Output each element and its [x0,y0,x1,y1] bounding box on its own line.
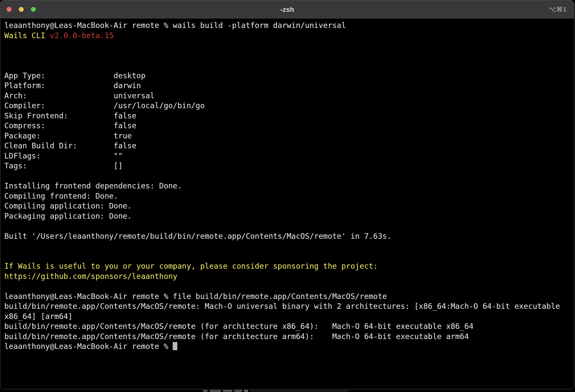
terminal-line: LDFlags: "" [4,151,571,161]
terminal-line: Compress: false [4,121,571,131]
terminal-line [4,40,571,51]
titlebar: -zsh ⌥⌘1 [0,0,574,19]
tab-shortcut-badge: ⌥⌘1 [549,0,567,18]
terminal-line: Package: true [4,131,571,141]
terminal-cursor [173,342,177,350]
terminal-line [4,281,571,291]
terminal-line: If Wails is useful to you or your compan… [4,261,571,271]
terminal-output[interactable]: leaanthony@Leas-MacBook-Air remote % wai… [0,19,574,352]
terminal-line: Platform: darwin [4,81,571,91]
terminal-line: Skip Frontend: false [4,111,571,121]
terminal-line: Compiling application: Done. [4,201,571,211]
terminal-line: x86_64] [arm64] [4,311,571,322]
terminal-line: Compiler: /usr/local/go/bin/go [4,101,571,111]
terminal-line: build/bin/remote.app/Contents/MacOS/remo… [4,331,571,342]
terminal-line: Compiling frontend: Done. [4,191,571,201]
background-artifact [223,390,232,392]
background-artifact [234,390,242,392]
terminal-line [4,251,571,261]
background-artifact [244,390,248,392]
terminal-line: build/bin/remote.app/Contents/MacOS/remo… [4,321,571,331]
terminal-line: Packaging application: Done. [4,211,571,221]
terminal-line: build/bin/remote.app/Contents/MacOS/remo… [4,301,571,311]
terminal-line [4,241,571,251]
terminal-line: https://github.com/sponsors/leaanthony [4,271,571,282]
terminal-line: Arch: universal [4,91,571,101]
terminal-line: Built '/Users/leaanthony/remote/build/bi… [4,231,571,241]
terminal-line [4,171,571,181]
window-title: -zsh [0,6,574,13]
terminal-line: leaanthony@Leas-MacBook-Air remote % [4,341,571,352]
background-artifact [250,390,349,391]
terminal-line [4,61,571,71]
background-artifact [203,390,208,392]
terminal-line [4,51,571,61]
terminal-line [4,221,571,231]
background-artifact [210,390,221,392]
terminal-line: leaanthony@Leas-MacBook-Air remote % fil… [4,291,571,302]
terminal-line: Installing frontend dependencies: Done. [4,181,571,191]
terminal-line: Tags: [] [4,161,571,171]
terminal-line: leaanthony@Leas-MacBook-Air remote % wai… [4,20,571,31]
terminal-line: Clean Build Dir: false [4,141,571,151]
terminal-window: -zsh ⌥⌘1 leaanthony@Leas-MacBook-Air rem… [0,0,574,389]
terminal-line: Wails CLI v2.0.0-beta.15 [4,31,571,41]
terminal-line: App Type: desktop [4,71,571,81]
